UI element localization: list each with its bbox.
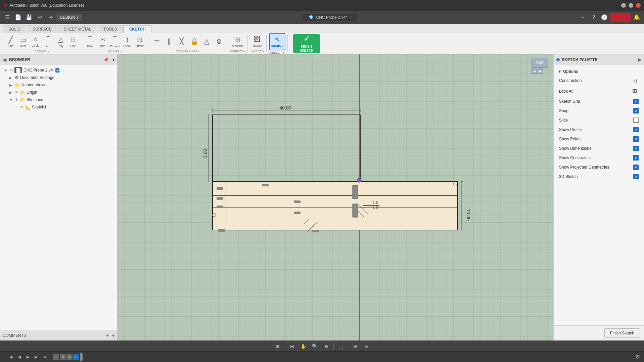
origin-button[interactable]: ⊕ — [273, 342, 282, 351]
slot-tool[interactable]: ⊟Slot — [67, 34, 79, 49]
coincident-constraint[interactable]: ═ — [151, 34, 163, 49]
zoom-button[interactable]: ⊕ — [322, 342, 331, 351]
palette-construction[interactable]: Construction ◁ — [554, 75, 644, 86]
measure-tool[interactable]: ⊞Measure — [232, 34, 244, 49]
look-at-icon[interactable]: 🖼 — [631, 87, 639, 95]
palette-show-dimensions[interactable]: Show Dimensions — [554, 144, 644, 153]
add-tab-button[interactable]: ＋ — [578, 13, 588, 22]
redo-button[interactable]: ↪ — [46, 13, 55, 22]
tree-item-doc-settings[interactable]: ▶ ⚙ Document Settings — [0, 74, 117, 81]
break-tool[interactable]: ⌇Break — [121, 34, 133, 49]
line-tool[interactable]: ╱Line — [5, 34, 17, 49]
show-constraints-checkbox[interactable] — [633, 155, 639, 161]
tree-item-sketch1[interactable]: 👁 📐 Sketch1 ··· — [0, 103, 117, 111]
browser-collapse-button[interactable]: ◀ — [3, 57, 6, 62]
save-button[interactable]: 💾 — [24, 13, 34, 22]
trim-tool[interactable]: ✂Trim — [96, 34, 108, 49]
timeline-play[interactable]: ▶ — [24, 353, 32, 361]
design-dropdown[interactable]: DESIGN ▾ — [56, 14, 82, 21]
add-comment-button[interactable]: ＋ — [105, 332, 110, 339]
root-expand-icon[interactable]: ▼ — [4, 69, 8, 72]
palette-expand-button[interactable]: ▶ — [638, 57, 641, 62]
palette-show-projected[interactable]: Show Projected Geometries — [554, 163, 644, 172]
close-tab-button[interactable]: × — [350, 15, 352, 19]
timeline-slider[interactable] — [80, 353, 83, 361]
3d-sketch-checkbox[interactable] — [633, 174, 639, 179]
tab-solid[interactable]: SOLID — [3, 25, 26, 33]
sketches-visibility-icon[interactable]: 👁 — [15, 98, 18, 102]
undo-button[interactable]: ↩ — [35, 13, 44, 22]
sketches-expand-icon[interactable]: ▼ — [9, 98, 13, 102]
tree-item-root[interactable]: ▼ 👁 📄 CNC Probe 2 v4 ● — [0, 66, 117, 74]
tree-item-named-views[interactable]: ▶ 📁 Named Views — [0, 81, 117, 89]
select-tool[interactable]: ↖ SELECT — [269, 33, 285, 50]
timeline-node-1[interactable]: ⊞ — [60, 354, 66, 360]
palette-sketch-grid[interactable]: Sketch Grid — [554, 97, 644, 106]
new-file-button[interactable]: 📄 — [13, 13, 23, 22]
offset-tool[interactable]: ⊟Offset — [134, 34, 146, 49]
tree-item-origin[interactable]: ▶ 👁 📁 Origin — [0, 89, 117, 96]
lock-constraint[interactable]: 🔒 — [188, 34, 200, 49]
circle-tool[interactable]: ○Circle — [30, 34, 42, 49]
pan-button[interactable]: ✋ — [299, 342, 308, 351]
tab-tools[interactable]: TOOLS — [98, 25, 123, 33]
slice-checkbox[interactable] — [633, 118, 639, 123]
snap-settings-button[interactable]: ⊟ — [362, 342, 371, 351]
midpoint-constraint[interactable]: △ — [200, 34, 213, 49]
minimize-button[interactable] — [621, 3, 626, 8]
select-mode-button[interactable]: ⬚ — [336, 342, 345, 351]
history-button[interactable]: 🕐 — [600, 13, 609, 22]
comments-toggle-button[interactable]: ▾ — [112, 333, 114, 338]
show-projected-checkbox[interactable] — [633, 165, 639, 170]
collinear-constraint[interactable]: ∥ — [163, 34, 175, 49]
view-cube-face[interactable]: TOP — [532, 58, 548, 68]
rect-tool[interactable]: ▭Rect — [17, 34, 29, 49]
grid-button[interactable]: ⊞ — [351, 342, 360, 351]
palette-snap[interactable]: Snap — [554, 106, 644, 116]
file-tab[interactable]: 💎 CNC Probe 2 v4* × — [303, 14, 357, 21]
timeline-back-start[interactable]: |◀ — [7, 353, 14, 361]
palette-options-header[interactable]: ▼ Options — [554, 68, 644, 75]
root-visibility-icon[interactable]: 👁 — [9, 68, 13, 72]
concentric-constraint[interactable]: ⊚ — [213, 34, 225, 49]
sketch1-visibility-icon[interactable]: 👁 — [20, 105, 24, 109]
maximize-button[interactable] — [629, 3, 633, 8]
zoom-fit-button[interactable]: 🔍 — [311, 342, 319, 351]
notifications-button[interactable]: 🔔 — [632, 13, 641, 22]
view-right-arrow[interactable]: ▶ — [538, 69, 543, 74]
arc-tool[interactable]: ⌒Arc — [42, 34, 54, 49]
app-menu-button[interactable]: ☰ — [3, 13, 12, 22]
timeline-back[interactable]: ◀ — [15, 353, 23, 361]
fillet-tool[interactable]: ⌒Fillet — [84, 34, 96, 49]
palette-show-constraints[interactable]: Show Constraints — [554, 153, 644, 163]
view-left-arrow[interactable]: ◀ — [532, 69, 537, 74]
display-settings-button[interactable]: ⊞ — [288, 342, 296, 351]
timeline-node-3[interactable]: ⊞ — [73, 354, 79, 360]
extend-tool[interactable]: ⌒Extend — [109, 34, 121, 49]
close-button[interactable] — [636, 3, 641, 8]
snap-checkbox[interactable] — [633, 108, 639, 114]
account-button[interactable] — [610, 13, 631, 22]
statusbar-settings-button[interactable]: ⚙ — [635, 354, 640, 360]
show-points-checkbox[interactable] — [633, 136, 639, 142]
polygon-tool[interactable]: △Poly — [54, 34, 66, 49]
canvas-area[interactable]: 40.00 3.00 13.00 — [118, 54, 553, 341]
origin-visibility-icon[interactable]: 👁 — [15, 90, 18, 94]
tab-sheet-metal[interactable]: SHEET METAL — [58, 25, 97, 33]
insert-image-tool[interactable]: 🖼Image — [251, 34, 263, 49]
show-profile-checkbox[interactable] — [633, 127, 639, 132]
doc-settings-expand-icon[interactable]: ▶ — [9, 76, 13, 80]
finish-sketch-palette-button[interactable]: Finish Sketch — [604, 328, 640, 338]
timeline-node-2[interactable]: ⊞ — [66, 354, 73, 360]
show-dimensions-checkbox[interactable] — [633, 146, 639, 151]
palette-show-profile[interactable]: Show Profile — [554, 125, 644, 134]
palette-look-at[interactable]: Look At 🖼 — [554, 86, 644, 97]
timeline-node-0[interactable]: ⊞ — [53, 354, 59, 360]
sketch-grid-checkbox[interactable] — [633, 99, 639, 104]
finish-sketch-button[interactable]: ✓ FINISHSKETCH — [293, 34, 320, 53]
tab-surface[interactable]: SURFACE — [27, 25, 57, 33]
timeline-end[interactable]: ⏭ — [42, 353, 49, 361]
view-cube[interactable]: TOP ◀ ▶ — [530, 58, 550, 81]
named-views-expand-icon[interactable]: ▶ — [9, 83, 13, 87]
help-button[interactable]: ？ — [589, 13, 598, 22]
